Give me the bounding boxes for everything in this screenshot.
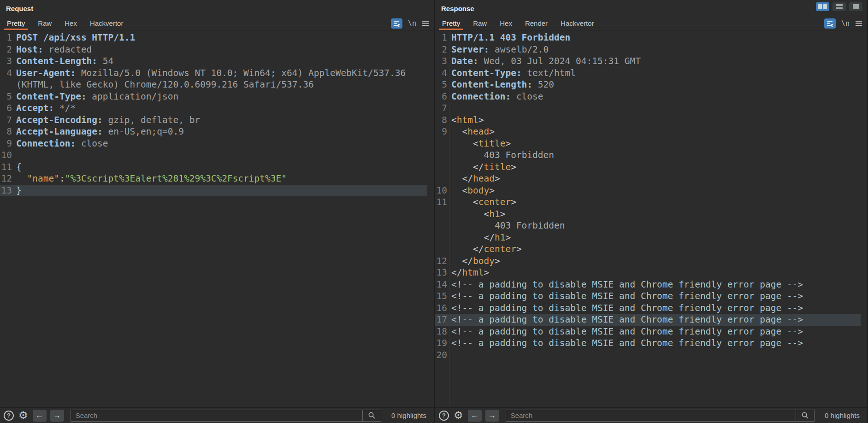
code-line[interactable]: 3Content-Length: 54 [0,55,427,67]
layout-buttons [816,2,862,11]
code-line[interactable]: 11 <center> [435,196,861,208]
code-line[interactable]: <title> [435,138,861,150]
code-line[interactable]: (KHTML, like Gecko) Chrome/120.0.6099.21… [0,79,427,91]
line-number [435,149,447,161]
code-line[interactable]: 12 "name":"%3Cscript%3Ealert%281%29%3C%2… [0,173,427,185]
line-number: 3 [435,55,447,67]
line-number: 7 [0,114,12,126]
code-line[interactable]: </head> [435,173,861,185]
next-match-button[interactable]: → [50,410,64,422]
code-line[interactable]: 13} [0,185,427,197]
line-number: 5 [435,79,447,91]
code-line[interactable]: 1HTTP/1.1 403 Forbidden [435,32,861,44]
search-input[interactable] [506,410,796,421]
code-line[interactable]: 10 <body> [435,185,861,197]
tab-hex[interactable]: Hex [499,17,513,30]
help-icon[interactable]: ? [439,411,449,421]
code-line[interactable]: </center> [435,243,861,255]
line-number: 19 [435,337,447,349]
code-line[interactable]: 8<html> [435,114,861,126]
tab-hackvertor[interactable]: Hackvertor [89,17,124,30]
code-line[interactable]: 6Connection: close [435,91,861,103]
tab-pretty[interactable]: Pretty [441,17,461,30]
code-line[interactable]: 14<!-- a padding to disable MSIE and Chr… [435,279,861,291]
next-match-button[interactable]: → [485,410,499,422]
code-line[interactable]: 8Accept-Language: en-US,en;q=0.9 [0,126,427,138]
code-line[interactable]: 7Accept-Encoding: gzip, deflate, br [0,114,427,126]
tab-raw[interactable]: Raw [37,17,53,30]
line-number: 6 [0,102,12,114]
line-number: 7 [435,102,447,114]
line-number: 2 [0,44,12,56]
code-line[interactable]: 17<!-- a padding to disable MSIE and Chr… [435,314,861,326]
code-line[interactable]: 19<!-- a padding to disable MSIE and Chr… [435,337,861,349]
tab-hex[interactable]: Hex [64,17,78,30]
code-line[interactable]: 4User-Agent: Mozilla/5.0 (Windows NT 10.… [0,67,427,79]
code-line[interactable]: 18<!-- a padding to disable MSIE and Chr… [435,326,861,338]
code-line[interactable]: 2Server: awselb/2.0 [435,44,861,56]
code-line[interactable]: 5Content-Type: application/json [0,91,427,103]
code-line[interactable]: 7 [435,102,861,114]
line-number: 1 [435,32,447,44]
code-line[interactable]: 12 </body> [435,255,861,267]
code-line[interactable]: 4Content-Type: text/html [435,67,861,79]
line-number: 5 [0,91,12,103]
burp-message-editor: Request PrettyRawHexHackvertor \n [0,0,868,423]
gear-icon[interactable]: ⚙ [453,410,464,421]
layout-single-button[interactable] [849,2,862,11]
newline-icon[interactable]: \n [841,19,850,28]
tab-render[interactable]: Render [524,17,549,30]
code-line[interactable]: 15<!-- a padding to disable MSIE and Chr… [435,290,861,302]
menu-icon[interactable] [422,20,429,26]
line-number: 11 [435,196,447,208]
prev-match-button[interactable]: ← [33,410,47,422]
code-line[interactable]: <h1> [435,208,861,220]
highlights-count: 0 highlights [825,411,860,419]
request-editor[interactable]: 1POST /api/xss HTTP/1.12Host: redacted3C… [0,30,434,407]
line-number [435,208,447,220]
code-line[interactable]: </h1> [435,232,861,244]
code-line[interactable]: 9 <head> [435,126,861,138]
code-line[interactable]: 5Content-Length: 520 [435,79,861,91]
layout-rows-button[interactable] [833,2,846,11]
code-line[interactable]: 16<!-- a padding to disable MSIE and Chr… [435,302,861,314]
request-panel-header: Request PrettyRawHexHackvertor \n [0,0,434,30]
prev-match-button[interactable]: ← [468,410,482,422]
code-line[interactable]: 403 Forbidden [435,220,861,232]
code-line[interactable]: 6Accept: */* [0,102,427,114]
tab-raw[interactable]: Raw [472,17,488,30]
response-tab-tools: \n [824,18,862,29]
code-line[interactable]: 403 Forbidden [435,149,861,161]
line-number: 4 [435,67,447,79]
menu-icon[interactable] [855,20,862,26]
line-number: 10 [435,185,447,197]
request-search-bar: ? ⚙ ← → 0 highlights [0,407,434,423]
newline-icon[interactable]: \n [408,19,416,28]
code-line[interactable]: 3Date: Wed, 03 Jul 2024 04:15:31 GMT [435,55,861,67]
tab-hackvertor[interactable]: Hackvertor [560,17,595,30]
line-number: 13 [0,185,12,197]
search-field-wrap [506,410,815,422]
code-line[interactable]: 11{ [0,161,427,173]
gear-icon[interactable]: ⚙ [18,410,29,421]
search-icon[interactable] [362,410,381,421]
prettify-icon[interactable] [824,18,836,29]
line-number: 14 [435,279,447,291]
code-line[interactable]: 2Host: redacted [0,44,427,56]
code-line[interactable]: 1POST /api/xss HTTP/1.1 [0,32,427,44]
search-icon[interactable] [796,410,814,421]
code-line[interactable]: 20 [435,349,861,361]
request-code: 1POST /api/xss HTTP/1.12Host: redacted3C… [0,32,434,196]
code-line[interactable]: 9Connection: close [0,138,427,150]
layout-columns-button[interactable] [816,2,829,11]
response-tabs: PrettyRawHexRenderHackvertor [435,17,601,30]
help-icon[interactable]: ? [4,411,14,421]
search-input[interactable] [71,410,362,421]
line-number: 8 [0,126,12,138]
code-line[interactable]: 13</html> [435,267,861,279]
prettify-icon[interactable] [391,18,402,29]
code-line[interactable]: 10 [0,149,427,161]
tab-pretty[interactable]: Pretty [6,17,26,30]
response-editor[interactable]: 1HTTP/1.1 403 Forbidden2Server: awselb/2… [435,30,867,407]
code-line[interactable]: </title> [435,161,861,173]
